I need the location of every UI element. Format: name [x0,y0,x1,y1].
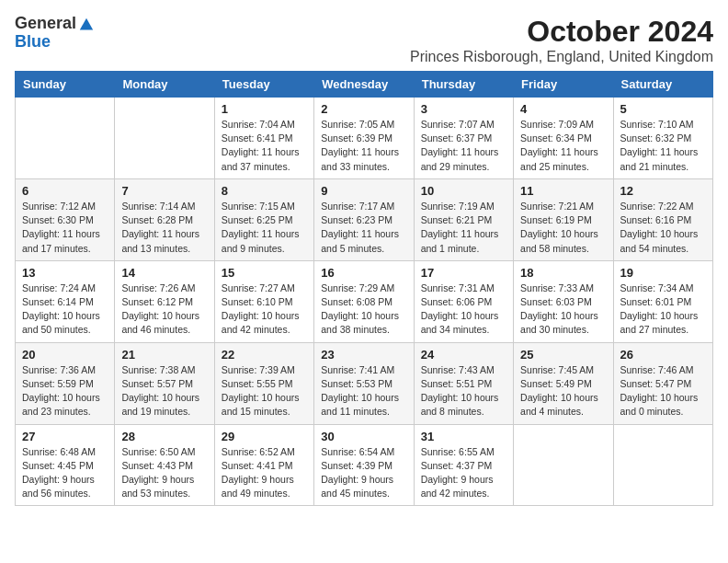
day-info: Sunrise: 7:41 AMSunset: 5:53 PMDaylight:… [321,363,406,419]
title-area: October 2024 Princes Risborough, England… [410,15,713,65]
calendar-cell: 27Sunrise: 6:48 AMSunset: 4:45 PMDayligh… [16,424,115,506]
calendar-cell: 2Sunrise: 7:05 AMSunset: 6:39 PMDaylight… [314,98,414,179]
calendar-week-row: 6Sunrise: 7:12 AMSunset: 6:30 PMDaylight… [16,178,713,260]
day-info: Sunrise: 7:26 AMSunset: 6:12 PMDaylight:… [121,282,207,338]
logo-general: General [15,14,76,32]
calendar-cell: 16Sunrise: 7:29 AMSunset: 6:08 PMDayligh… [314,260,414,342]
day-number: 23 [321,348,406,362]
calendar-week-row: 13Sunrise: 7:24 AMSunset: 6:14 PMDayligh… [16,260,713,342]
day-number: 10 [421,184,506,198]
calendar-cell: 6Sunrise: 7:12 AMSunset: 6:30 PMDaylight… [16,178,115,260]
calendar-week-row: 1Sunrise: 7:04 AMSunset: 6:41 PMDaylight… [16,98,713,179]
day-info: Sunrise: 7:31 AMSunset: 6:06 PMDaylight:… [421,282,506,338]
day-info: Sunrise: 7:24 AMSunset: 6:14 PMDaylight:… [22,282,108,338]
day-number: 5 [620,102,706,116]
calendar-cell: 7Sunrise: 7:14 AMSunset: 6:28 PMDaylight… [115,178,214,260]
day-info: Sunrise: 7:43 AMSunset: 5:51 PMDaylight:… [421,363,506,419]
day-number: 3 [421,102,506,116]
day-number: 22 [222,348,307,362]
day-number: 17 [421,266,506,280]
day-number: 18 [520,266,606,280]
weekday-header: Tuesday [214,72,313,98]
day-info: Sunrise: 7:46 AMSunset: 5:47 PMDaylight:… [620,363,706,419]
day-info: Sunrise: 7:27 AMSunset: 6:10 PMDaylight:… [222,282,307,338]
day-info: Sunrise: 7:21 AMSunset: 6:19 PMDaylight:… [520,200,606,256]
calendar-table: SundayMondayTuesdayWednesdayThursdayFrid… [15,71,713,506]
day-number: 24 [421,348,506,362]
calendar-cell: 8Sunrise: 7:15 AMSunset: 6:25 PMDaylight… [214,178,313,260]
day-info: Sunrise: 7:45 AMSunset: 5:49 PMDaylight:… [520,363,606,419]
logo-blue: Blue [15,33,51,52]
calendar-cell: 3Sunrise: 7:07 AMSunset: 6:37 PMDaylight… [414,98,513,179]
day-number: 11 [520,184,606,198]
calendar-cell: 26Sunrise: 7:46 AMSunset: 5:47 PMDayligh… [613,342,712,424]
day-info: Sunrise: 7:19 AMSunset: 6:21 PMDaylight:… [421,200,506,256]
day-info: Sunrise: 7:07 AMSunset: 6:37 PMDaylight:… [421,118,506,174]
calendar-cell: 4Sunrise: 7:09 AMSunset: 6:34 PMDaylight… [514,98,613,179]
calendar-cell: 20Sunrise: 7:36 AMSunset: 5:59 PMDayligh… [16,342,115,424]
calendar-cell: 30Sunrise: 6:54 AMSunset: 4:39 PMDayligh… [314,424,414,506]
calendar-cell: 29Sunrise: 6:52 AMSunset: 4:41 PMDayligh… [214,424,313,506]
weekday-header: Thursday [414,72,513,98]
day-number: 14 [121,266,207,280]
logo-text: General [15,15,95,33]
day-info: Sunrise: 7:09 AMSunset: 6:34 PMDaylight:… [520,118,606,174]
calendar-cell: 17Sunrise: 7:31 AMSunset: 6:06 PMDayligh… [414,260,513,342]
weekday-header: Sunday [16,72,115,98]
calendar-cell: 21Sunrise: 7:38 AMSunset: 5:57 PMDayligh… [115,342,214,424]
weekday-header: Monday [115,72,214,98]
weekday-header: Wednesday [314,72,414,98]
header: General Blue October 2024 Princes Risbor… [15,15,713,65]
day-number: 28 [121,430,207,443]
day-info: Sunrise: 6:50 AMSunset: 4:43 PMDaylight:… [121,445,207,501]
calendar-cell: 11Sunrise: 7:21 AMSunset: 6:19 PMDayligh… [514,178,613,260]
calendar-cell: 23Sunrise: 7:41 AMSunset: 5:53 PMDayligh… [314,342,414,424]
day-info: Sunrise: 6:55 AMSunset: 4:37 PMDaylight:… [421,445,506,501]
calendar-cell: 10Sunrise: 7:19 AMSunset: 6:21 PMDayligh… [414,178,513,260]
day-number: 9 [321,184,406,198]
day-number: 19 [620,266,706,280]
day-number: 12 [620,184,706,198]
day-info: Sunrise: 7:04 AMSunset: 6:41 PMDaylight:… [222,118,307,174]
day-number: 4 [520,102,606,116]
day-number: 21 [121,348,207,362]
calendar-cell: 28Sunrise: 6:50 AMSunset: 4:43 PMDayligh… [115,424,214,506]
day-number: 20 [22,348,108,362]
location-title: Princes Risborough, England, United King… [410,49,713,65]
calendar-cell: 22Sunrise: 7:39 AMSunset: 5:55 PMDayligh… [214,342,313,424]
day-info: Sunrise: 7:36 AMSunset: 5:59 PMDaylight:… [22,363,108,419]
day-number: 13 [22,266,108,280]
calendar-cell [613,424,712,506]
calendar-cell: 13Sunrise: 7:24 AMSunset: 6:14 PMDayligh… [16,260,115,342]
day-number: 27 [22,430,108,443]
day-info: Sunrise: 7:12 AMSunset: 6:30 PMDaylight:… [22,200,108,256]
calendar-cell: 15Sunrise: 7:27 AMSunset: 6:10 PMDayligh… [214,260,313,342]
day-info: Sunrise: 7:17 AMSunset: 6:23 PMDaylight:… [321,200,406,256]
day-info: Sunrise: 7:10 AMSunset: 6:32 PMDaylight:… [620,118,706,174]
day-info: Sunrise: 7:39 AMSunset: 5:55 PMDaylight:… [222,363,307,419]
calendar-cell: 14Sunrise: 7:26 AMSunset: 6:12 PMDayligh… [115,260,214,342]
day-number: 25 [520,348,606,362]
day-info: Sunrise: 7:22 AMSunset: 6:16 PMDaylight:… [620,200,706,256]
day-info: Sunrise: 6:48 AMSunset: 4:45 PMDaylight:… [22,445,108,501]
day-number: 2 [321,102,406,116]
calendar-week-row: 27Sunrise: 6:48 AMSunset: 4:45 PMDayligh… [16,424,713,506]
day-number: 1 [222,102,307,116]
calendar-cell: 5Sunrise: 7:10 AMSunset: 6:32 PMDaylight… [613,98,712,179]
svg-marker-0 [80,18,93,30]
calendar-cell: 9Sunrise: 7:17 AMSunset: 6:23 PMDaylight… [314,178,414,260]
logo-icon [78,17,95,33]
day-info: Sunrise: 7:29 AMSunset: 6:08 PMDaylight:… [321,282,406,338]
calendar-cell: 31Sunrise: 6:55 AMSunset: 4:37 PMDayligh… [414,424,513,506]
calendar-week-row: 20Sunrise: 7:36 AMSunset: 5:59 PMDayligh… [16,342,713,424]
day-number: 7 [121,184,207,198]
day-number: 29 [222,430,307,443]
calendar-cell: 24Sunrise: 7:43 AMSunset: 5:51 PMDayligh… [414,342,513,424]
calendar-cell [115,98,214,179]
calendar-cell: 18Sunrise: 7:33 AMSunset: 6:03 PMDayligh… [514,260,613,342]
day-info: Sunrise: 7:14 AMSunset: 6:28 PMDaylight:… [121,200,207,256]
day-number: 31 [421,430,506,443]
day-number: 15 [222,266,307,280]
logo: General Blue [15,15,95,52]
day-number: 16 [321,266,406,280]
